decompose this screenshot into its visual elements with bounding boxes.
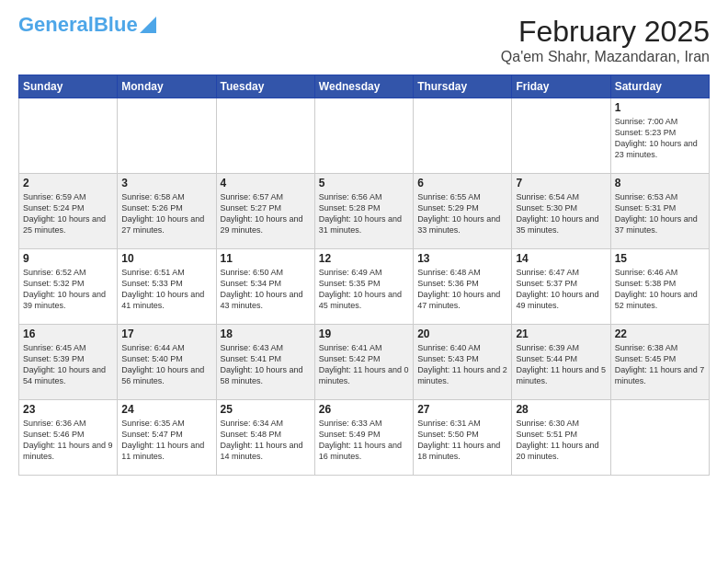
table-row: 11Sunrise: 6:50 AMSunset: 5:34 PMDayligh… <box>216 249 314 325</box>
col-saturday: Saturday <box>610 75 709 98</box>
day-info: Sunrise: 6:34 AMSunset: 5:48 PMDaylight:… <box>221 418 311 463</box>
day-info: Sunrise: 6:39 AMSunset: 5:44 PMDaylight:… <box>516 342 606 387</box>
day-info: Sunrise: 6:33 AMSunset: 5:49 PMDaylight:… <box>319 418 409 463</box>
month-title: February 2025 <box>501 15 710 49</box>
day-info: Sunrise: 6:59 AMSunset: 5:24 PMDaylight:… <box>23 191 113 236</box>
table-row <box>314 98 413 174</box>
day-number: 21 <box>516 327 606 340</box>
day-info: Sunrise: 6:52 AMSunset: 5:32 PMDaylight:… <box>23 267 113 312</box>
day-number: 12 <box>319 252 409 265</box>
day-info: Sunrise: 6:58 AMSunset: 5:26 PMDaylight:… <box>121 191 211 236</box>
day-number: 4 <box>221 177 311 190</box>
calendar: Sunday Monday Tuesday Wednesday Thursday… <box>18 75 710 476</box>
calendar-week-row: 1Sunrise: 7:00 AMSunset: 5:23 PMDaylight… <box>19 98 710 174</box>
day-number: 6 <box>417 177 507 190</box>
table-row: 5Sunrise: 6:56 AMSunset: 5:28 PMDaylight… <box>314 174 413 249</box>
calendar-week-row: 16Sunrise: 6:45 AMSunset: 5:39 PMDayligh… <box>19 325 710 400</box>
day-info: Sunrise: 6:41 AMSunset: 5:42 PMDaylight:… <box>319 342 409 387</box>
table-row <box>118 98 216 174</box>
day-number: 11 <box>221 252 311 265</box>
table-row: 12Sunrise: 6:49 AMSunset: 5:35 PMDayligh… <box>314 249 413 325</box>
calendar-header-row: Sunday Monday Tuesday Wednesday Thursday… <box>19 75 710 98</box>
day-info: Sunrise: 6:31 AMSunset: 5:50 PMDaylight:… <box>417 418 507 463</box>
day-info: Sunrise: 6:30 AMSunset: 5:51 PMDaylight:… <box>516 418 606 463</box>
day-number: 26 <box>319 403 409 416</box>
table-row: 7Sunrise: 6:54 AMSunset: 5:30 PMDaylight… <box>512 174 610 249</box>
table-row: 17Sunrise: 6:44 AMSunset: 5:40 PMDayligh… <box>118 325 216 400</box>
day-info: Sunrise: 6:47 AMSunset: 5:37 PMDaylight:… <box>516 267 606 312</box>
day-info: Sunrise: 6:48 AMSunset: 5:36 PMDaylight:… <box>417 267 507 312</box>
day-number: 28 <box>516 403 606 416</box>
day-info: Sunrise: 6:43 AMSunset: 5:41 PMDaylight:… <box>221 342 311 387</box>
day-info: Sunrise: 6:54 AMSunset: 5:30 PMDaylight:… <box>516 191 606 236</box>
calendar-week-row: 2Sunrise: 6:59 AMSunset: 5:24 PMDaylight… <box>19 174 710 249</box>
col-sunday: Sunday <box>19 75 118 98</box>
table-row <box>512 98 610 174</box>
table-row: 9Sunrise: 6:52 AMSunset: 5:32 PMDaylight… <box>19 249 118 325</box>
table-row: 21Sunrise: 6:39 AMSunset: 5:44 PMDayligh… <box>512 325 610 400</box>
table-row: 28Sunrise: 6:30 AMSunset: 5:51 PMDayligh… <box>512 400 610 476</box>
day-number: 8 <box>615 177 705 190</box>
day-info: Sunrise: 6:51 AMSunset: 5:33 PMDaylight:… <box>121 267 211 312</box>
table-row: 25Sunrise: 6:34 AMSunset: 5:48 PMDayligh… <box>216 400 314 476</box>
day-number: 10 <box>121 252 211 265</box>
day-number: 17 <box>121 327 211 340</box>
day-number: 13 <box>417 252 507 265</box>
day-info: Sunrise: 6:57 AMSunset: 5:27 PMDaylight:… <box>221 191 311 236</box>
day-info: Sunrise: 6:56 AMSunset: 5:28 PMDaylight:… <box>319 191 409 236</box>
day-number: 19 <box>319 327 409 340</box>
table-row: 13Sunrise: 6:48 AMSunset: 5:36 PMDayligh… <box>414 249 512 325</box>
day-number: 22 <box>615 327 705 340</box>
day-number: 3 <box>121 177 211 190</box>
day-number: 18 <box>221 327 311 340</box>
table-row: 2Sunrise: 6:59 AMSunset: 5:24 PMDaylight… <box>19 174 118 249</box>
table-row: 26Sunrise: 6:33 AMSunset: 5:49 PMDayligh… <box>314 400 413 476</box>
day-number: 16 <box>23 327 113 340</box>
table-row: 19Sunrise: 6:41 AMSunset: 5:42 PMDayligh… <box>314 325 413 400</box>
table-row: 22Sunrise: 6:38 AMSunset: 5:45 PMDayligh… <box>610 325 709 400</box>
day-info: Sunrise: 6:44 AMSunset: 5:40 PMDaylight:… <box>121 342 211 387</box>
day-number: 5 <box>319 177 409 190</box>
table-row: 20Sunrise: 6:40 AMSunset: 5:43 PMDayligh… <box>414 325 512 400</box>
table-row <box>610 400 709 476</box>
logo: GeneralBlue <box>18 15 156 35</box>
page: GeneralBlue February 2025 Qa'em Shahr, M… <box>0 0 728 563</box>
table-row: 15Sunrise: 6:46 AMSunset: 5:38 PMDayligh… <box>610 249 709 325</box>
table-row <box>216 98 314 174</box>
day-number: 1 <box>615 101 705 114</box>
day-number: 25 <box>221 403 311 416</box>
table-row: 8Sunrise: 6:53 AMSunset: 5:31 PMDaylight… <box>610 174 709 249</box>
day-info: Sunrise: 6:36 AMSunset: 5:46 PMDaylight:… <box>23 418 113 463</box>
day-info: Sunrise: 6:55 AMSunset: 5:29 PMDaylight:… <box>417 191 507 236</box>
day-number: 24 <box>121 403 211 416</box>
table-row: 18Sunrise: 6:43 AMSunset: 5:41 PMDayligh… <box>216 325 314 400</box>
day-info: Sunrise: 6:45 AMSunset: 5:39 PMDaylight:… <box>23 342 113 387</box>
day-info: Sunrise: 6:38 AMSunset: 5:45 PMDaylight:… <box>615 342 705 387</box>
calendar-week-row: 23Sunrise: 6:36 AMSunset: 5:46 PMDayligh… <box>19 400 710 476</box>
calendar-week-row: 9Sunrise: 6:52 AMSunset: 5:32 PMDaylight… <box>19 249 710 325</box>
table-row: 27Sunrise: 6:31 AMSunset: 5:50 PMDayligh… <box>414 400 512 476</box>
col-monday: Monday <box>118 75 216 98</box>
col-wednesday: Wednesday <box>314 75 413 98</box>
day-number: 15 <box>615 252 705 265</box>
day-number: 2 <box>23 177 113 190</box>
svg-marker-0 <box>140 17 156 33</box>
table-row: 10Sunrise: 6:51 AMSunset: 5:33 PMDayligh… <box>118 249 216 325</box>
table-row: 24Sunrise: 6:35 AMSunset: 5:47 PMDayligh… <box>118 400 216 476</box>
day-number: 7 <box>516 177 606 190</box>
day-info: Sunrise: 6:53 AMSunset: 5:31 PMDaylight:… <box>615 191 705 236</box>
table-row: 23Sunrise: 6:36 AMSunset: 5:46 PMDayligh… <box>19 400 118 476</box>
logo-icon <box>140 17 156 33</box>
day-number: 9 <box>23 252 113 265</box>
table-row <box>19 98 118 174</box>
day-info: Sunrise: 6:40 AMSunset: 5:43 PMDaylight:… <box>417 342 507 387</box>
day-number: 27 <box>417 403 507 416</box>
col-friday: Friday <box>512 75 610 98</box>
day-info: Sunrise: 6:46 AMSunset: 5:38 PMDaylight:… <box>615 267 705 312</box>
col-tuesday: Tuesday <box>216 75 314 98</box>
table-row: 1Sunrise: 7:00 AMSunset: 5:23 PMDaylight… <box>610 98 709 174</box>
header: GeneralBlue February 2025 Qa'em Shahr, M… <box>18 15 710 65</box>
location-title: Qa'em Shahr, Mazandaran, Iran <box>501 49 710 65</box>
logo-text: GeneralBlue <box>18 15 138 35</box>
day-info: Sunrise: 6:49 AMSunset: 5:35 PMDaylight:… <box>319 267 409 312</box>
